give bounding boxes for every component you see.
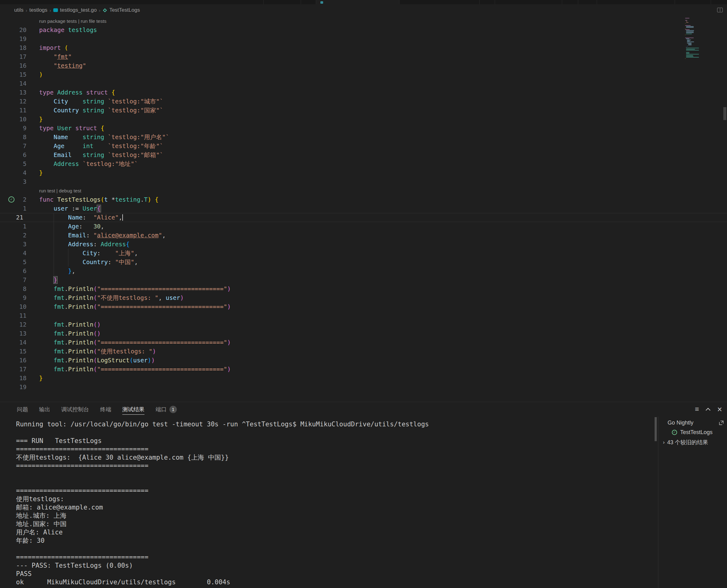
code-text[interactable]: fmt.Println("不使用testlogs: ", user) (39, 293, 184, 302)
code-text[interactable]: package testlogs (39, 25, 97, 35)
line-number[interactable]: 10 (0, 115, 26, 124)
line-number[interactable]: 13 (0, 88, 26, 97)
code-text[interactable]: Country string `testlog:"国家"` (39, 106, 163, 115)
minimap[interactable] (685, 17, 707, 60)
code-text[interactable]: Name string `testlog:"用户名"` (39, 133, 169, 142)
output-scrollbar[interactable] (654, 417, 657, 441)
tab-terminal[interactable]: 终端 (100, 402, 111, 417)
older-results-item[interactable]: › 43 个较旧的结果 (658, 437, 727, 448)
line-number[interactable]: 9 (0, 124, 26, 133)
line-number[interactable]: 11 (0, 311, 26, 320)
line-number[interactable]: 7 (0, 275, 26, 285)
line-number[interactable]: 2 (0, 231, 26, 240)
breadcrumb-item-file[interactable]: testlogs_test.go (60, 7, 97, 13)
line-number[interactable]: 1 (0, 222, 26, 231)
line-number[interactable]: 17 (0, 52, 26, 61)
breadcrumb-item-utils[interactable]: utils (14, 7, 23, 13)
code-text[interactable]: } (39, 374, 43, 383)
code-text[interactable]: type User struct { (39, 124, 104, 133)
tab-test-results[interactable]: 测试结果 (122, 402, 144, 417)
code-text[interactable]: type Address struct { (39, 88, 115, 97)
line-number[interactable]: 15 (0, 70, 26, 79)
line-number[interactable]: 6 (0, 150, 26, 160)
test-result-item[interactable]: ✓ TestTestLogs (658, 427, 727, 437)
code-text[interactable]: } (39, 168, 43, 177)
line-number[interactable]: 21 (16, 213, 23, 222)
code-text[interactable]: fmt.Println() (39, 320, 101, 329)
code-text[interactable]: fmt.Println("===========================… (39, 302, 231, 311)
code-text[interactable]: "testing" (39, 61, 86, 70)
line-number[interactable]: 14 (0, 338, 26, 347)
maximize-panel-icon[interactable] (706, 407, 711, 413)
line-number[interactable]: 10 (0, 302, 26, 311)
line-number[interactable]: 9 (0, 293, 26, 302)
list-view-icon[interactable]: ≡ (695, 405, 699, 414)
line-number[interactable]: 7 (0, 142, 26, 150)
close-panel-icon[interactable]: × (717, 406, 722, 413)
open-test-results-icon[interactable] (719, 420, 724, 426)
line-number[interactable]: 16 (0, 61, 26, 70)
line-number[interactable]: 14 (0, 79, 26, 88)
breadcrumb-item-symbol[interactable]: TestTestLogs (109, 7, 140, 13)
code-text[interactable]: Email string `testlog:"邮箱"` (39, 150, 163, 160)
code-text[interactable]: fmt.Println("===========================… (39, 285, 231, 293)
code-text[interactable]: Age: 30, (39, 222, 104, 231)
codelens-link[interactable]: run package tests | run file tests (39, 17, 106, 25)
code-text[interactable]: City string `testlog:"城市"` (39, 97, 163, 106)
line-number[interactable]: 8 (0, 133, 26, 142)
code-text[interactable]: } (39, 115, 43, 124)
code-text[interactable]: Email: "alice@example.com", (39, 231, 166, 240)
editor-scrollbar[interactable] (723, 107, 726, 120)
line-number[interactable]: 3 (0, 240, 26, 249)
line-number[interactable]: 4 (0, 249, 26, 258)
code-text[interactable]: fmt.Println() (39, 329, 101, 338)
code-text[interactable]: } (39, 275, 57, 285)
line-number[interactable]: 5 (0, 160, 26, 168)
code-editor[interactable]: run package tests | run file tests20pack… (0, 16, 727, 402)
code-text[interactable]: fmt.Println(LogStruct(user)) (39, 356, 155, 365)
tab-output[interactable]: 输出 (39, 402, 50, 417)
code-text[interactable]: Address: Address{ (39, 240, 130, 249)
line-number[interactable]: 1 (0, 204, 26, 213)
test-status-gutter-icon[interactable]: ✓ (8, 196, 15, 203)
codelens-link[interactable]: run test | debug test (39, 186, 81, 195)
line-number[interactable]: 13 (0, 329, 26, 338)
line-number[interactable]: 20 (0, 25, 26, 35)
line-number[interactable]: 15 (0, 347, 26, 356)
line-number[interactable]: 19 (0, 383, 26, 392)
tab-debug-console[interactable]: 调试控制台 (61, 402, 89, 417)
code-text[interactable]: user := User{ (39, 204, 101, 213)
line-number[interactable]: 4 (0, 168, 26, 177)
line-number[interactable]: 18 (0, 374, 26, 383)
code-text[interactable]: func TestTestLogs(t *testing.T) { (39, 195, 159, 204)
line-number[interactable]: 17 (0, 365, 26, 374)
line-number[interactable]: 19 (0, 35, 26, 43)
line-number[interactable]: 5 (0, 258, 26, 267)
split-editor-icon[interactable] (717, 8, 723, 12)
code-text[interactable]: fmt.Println("===========================… (39, 365, 231, 374)
line-number[interactable]: 6 (0, 267, 26, 275)
line-number[interactable]: 11 (0, 106, 26, 115)
code-text[interactable]: Address `testlog:"地址"` (39, 160, 138, 168)
breadcrumb-item-testlogs[interactable]: testlogs (29, 7, 47, 13)
line-number[interactable]: 8 (0, 285, 26, 293)
tab-ports[interactable]: 端口 1 (156, 402, 177, 417)
code-text[interactable]: ) (39, 70, 43, 79)
test-output-line: 用户名: Alice (16, 528, 658, 537)
editor-tab[interactable] (316, 0, 399, 4)
code-text[interactable]: Country: "中国", (39, 258, 138, 267)
line-number[interactable]: 18 (0, 43, 26, 52)
code-text[interactable]: fmt.Println("使用testlogs: ") (39, 347, 156, 356)
code-text[interactable]: fmt.Println("===========================… (39, 338, 231, 347)
line-number[interactable]: 12 (0, 97, 26, 106)
code-text[interactable]: Age int `testlog:"年龄"` (39, 142, 163, 150)
code-text[interactable]: City: "上海", (39, 249, 138, 258)
code-text[interactable]: }, (39, 267, 75, 275)
line-number[interactable]: 16 (0, 356, 26, 365)
line-number[interactable]: 12 (0, 320, 26, 329)
code-text[interactable]: "fmt" (39, 52, 72, 61)
tab-problems[interactable]: 问题 (17, 402, 28, 417)
code-text[interactable]: import ( (39, 43, 68, 52)
code-text[interactable]: Name: "Alice", (39, 213, 123, 222)
line-number[interactable]: 3 (0, 177, 26, 186)
